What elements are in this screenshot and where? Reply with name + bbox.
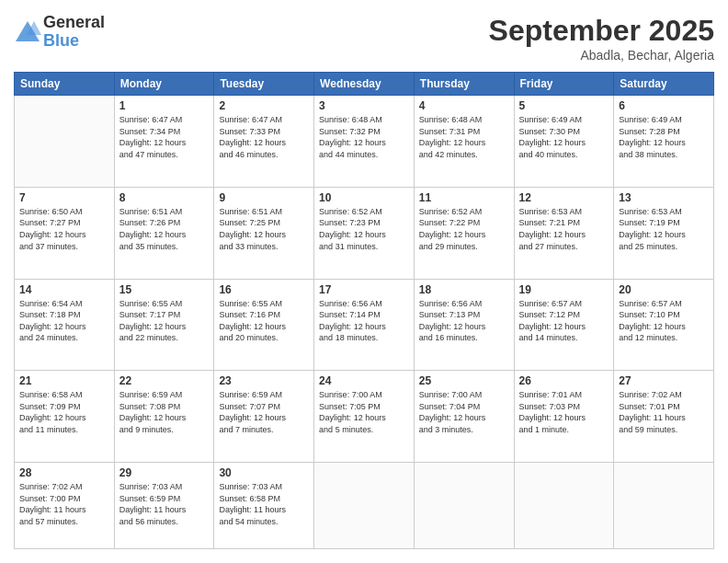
day-info: Sunrise: 6:49 AMSunset: 7:28 PMDaylight:… (619, 114, 709, 160)
day-number: 23 (219, 374, 309, 387)
table-row: 30Sunrise: 7:03 AMSunset: 6:58 PMDayligh… (214, 463, 314, 549)
day-number: 22 (119, 374, 210, 387)
col-monday: Monday (114, 73, 214, 96)
day-number: 17 (319, 283, 409, 296)
day-number: 30 (219, 466, 309, 479)
day-info: Sunrise: 6:55 AMSunset: 7:17 PMDaylight:… (119, 298, 210, 344)
col-thursday: Thursday (414, 73, 514, 96)
day-info: Sunrise: 6:48 AMSunset: 7:32 PMDaylight:… (319, 114, 409, 160)
table-row: 25Sunrise: 7:00 AMSunset: 7:04 PMDayligh… (414, 371, 514, 463)
day-number: 19 (519, 283, 609, 296)
day-info: Sunrise: 6:56 AMSunset: 7:14 PMDaylight:… (319, 298, 409, 344)
day-number: 26 (519, 374, 609, 387)
logo-general-text: General (43, 14, 105, 32)
day-number: 16 (219, 283, 309, 296)
col-friday: Friday (514, 73, 614, 96)
table-row (15, 96, 115, 188)
location-subtitle: Abadla, Bechar, Algeria (489, 48, 714, 63)
day-info: Sunrise: 6:59 AMSunset: 7:07 PMDaylight:… (219, 389, 309, 435)
table-row: 12Sunrise: 6:53 AMSunset: 7:21 PMDayligh… (514, 187, 614, 279)
table-row: 4Sunrise: 6:48 AMSunset: 7:31 PMDaylight… (414, 96, 514, 188)
day-number: 11 (419, 191, 509, 204)
logo-text: General Blue (43, 14, 105, 51)
day-info: Sunrise: 6:52 AMSunset: 7:23 PMDaylight:… (319, 206, 409, 252)
day-number: 13 (619, 191, 709, 204)
day-info: Sunrise: 6:57 AMSunset: 7:10 PMDaylight:… (619, 298, 709, 344)
month-title: September 2025 (489, 14, 714, 48)
day-info: Sunrise: 7:03 AMSunset: 6:59 PMDaylight:… (119, 481, 210, 527)
table-row: 19Sunrise: 6:57 AMSunset: 7:12 PMDayligh… (514, 279, 614, 371)
page: General Blue September 2025 Abadla, Bech… (0, 0, 728, 563)
header-row: Sunday Monday Tuesday Wednesday Thursday… (15, 73, 714, 96)
day-info: Sunrise: 7:00 AMSunset: 7:04 PMDaylight:… (419, 389, 509, 435)
table-row: 16Sunrise: 6:55 AMSunset: 7:16 PMDayligh… (214, 279, 314, 371)
col-saturday: Saturday (614, 73, 714, 96)
table-row: 13Sunrise: 6:53 AMSunset: 7:19 PMDayligh… (614, 187, 714, 279)
table-row (614, 463, 714, 549)
table-row: 28Sunrise: 7:02 AMSunset: 7:00 PMDayligh… (15, 463, 115, 549)
table-row (314, 463, 415, 549)
day-number: 27 (619, 374, 709, 387)
table-row: 3Sunrise: 6:48 AMSunset: 7:32 PMDaylight… (314, 96, 415, 188)
day-info: Sunrise: 7:02 AMSunset: 7:00 PMDaylight:… (19, 481, 109, 527)
day-info: Sunrise: 6:49 AMSunset: 7:30 PMDaylight:… (519, 114, 609, 160)
table-row: 29Sunrise: 7:03 AMSunset: 6:59 PMDayligh… (114, 463, 214, 549)
table-row: 15Sunrise: 6:55 AMSunset: 7:17 PMDayligh… (114, 279, 214, 371)
day-number: 12 (519, 191, 609, 204)
table-row: 1Sunrise: 6:47 AMSunset: 7:34 PMDaylight… (114, 96, 214, 188)
day-number: 28 (19, 466, 109, 479)
day-number: 4 (419, 99, 509, 112)
day-info: Sunrise: 6:52 AMSunset: 7:22 PMDaylight:… (419, 206, 509, 252)
table-row: 9Sunrise: 6:51 AMSunset: 7:25 PMDaylight… (214, 187, 314, 279)
table-row: 5Sunrise: 6:49 AMSunset: 7:30 PMDaylight… (514, 96, 614, 188)
logo: General Blue (14, 14, 105, 51)
title-area: September 2025 Abadla, Bechar, Algeria (489, 14, 714, 63)
day-number: 6 (619, 99, 709, 112)
day-number: 14 (19, 283, 109, 296)
table-row: 10Sunrise: 6:52 AMSunset: 7:23 PMDayligh… (314, 187, 415, 279)
table-row: 2Sunrise: 6:47 AMSunset: 7:33 PMDaylight… (214, 96, 314, 188)
table-row: 18Sunrise: 6:56 AMSunset: 7:13 PMDayligh… (414, 279, 514, 371)
day-number: 5 (519, 99, 609, 112)
day-info: Sunrise: 6:58 AMSunset: 7:09 PMDaylight:… (19, 389, 109, 435)
day-info: Sunrise: 6:54 AMSunset: 7:18 PMDaylight:… (19, 298, 109, 344)
day-number: 7 (19, 191, 109, 204)
table-row (514, 463, 614, 549)
day-info: Sunrise: 7:01 AMSunset: 7:03 PMDaylight:… (519, 389, 609, 435)
day-number: 24 (319, 374, 409, 387)
day-info: Sunrise: 7:03 AMSunset: 6:58 PMDaylight:… (219, 481, 309, 527)
day-number: 25 (419, 374, 509, 387)
table-row: 24Sunrise: 7:00 AMSunset: 7:05 PMDayligh… (314, 371, 415, 463)
day-info: Sunrise: 6:55 AMSunset: 7:16 PMDaylight:… (219, 298, 309, 344)
day-number: 20 (619, 283, 709, 296)
header: General Blue September 2025 Abadla, Bech… (14, 14, 714, 63)
table-row: 7Sunrise: 6:50 AMSunset: 7:27 PMDaylight… (15, 187, 115, 279)
table-row: 26Sunrise: 7:01 AMSunset: 7:03 PMDayligh… (514, 371, 614, 463)
table-row: 6Sunrise: 6:49 AMSunset: 7:28 PMDaylight… (614, 96, 714, 188)
day-info: Sunrise: 6:47 AMSunset: 7:33 PMDaylight:… (219, 114, 309, 160)
day-number: 10 (319, 191, 409, 204)
day-info: Sunrise: 6:53 AMSunset: 7:21 PMDaylight:… (519, 206, 609, 252)
day-number: 29 (119, 466, 210, 479)
day-info: Sunrise: 6:53 AMSunset: 7:19 PMDaylight:… (619, 206, 709, 252)
col-tuesday: Tuesday (214, 73, 314, 96)
logo-icon (14, 18, 41, 46)
day-number: 9 (219, 191, 309, 204)
day-info: Sunrise: 6:51 AMSunset: 7:25 PMDaylight:… (219, 206, 309, 252)
day-info: Sunrise: 6:51 AMSunset: 7:26 PMDaylight:… (119, 206, 210, 252)
day-info: Sunrise: 7:00 AMSunset: 7:05 PMDaylight:… (319, 389, 409, 435)
table-row: 27Sunrise: 7:02 AMSunset: 7:01 PMDayligh… (614, 371, 714, 463)
table-row: 22Sunrise: 6:59 AMSunset: 7:08 PMDayligh… (114, 371, 214, 463)
table-row: 11Sunrise: 6:52 AMSunset: 7:22 PMDayligh… (414, 187, 514, 279)
day-info: Sunrise: 7:02 AMSunset: 7:01 PMDaylight:… (619, 389, 709, 435)
day-number: 3 (319, 99, 409, 112)
day-number: 15 (119, 283, 210, 296)
table-row (414, 463, 514, 549)
table-row: 8Sunrise: 6:51 AMSunset: 7:26 PMDaylight… (114, 187, 214, 279)
table-row: 20Sunrise: 6:57 AMSunset: 7:10 PMDayligh… (614, 279, 714, 371)
table-row: 21Sunrise: 6:58 AMSunset: 7:09 PMDayligh… (15, 371, 115, 463)
day-info: Sunrise: 6:47 AMSunset: 7:34 PMDaylight:… (119, 114, 210, 160)
day-number: 8 (119, 191, 210, 204)
col-sunday: Sunday (15, 73, 115, 96)
calendar-table: Sunday Monday Tuesday Wednesday Thursday… (14, 72, 714, 549)
